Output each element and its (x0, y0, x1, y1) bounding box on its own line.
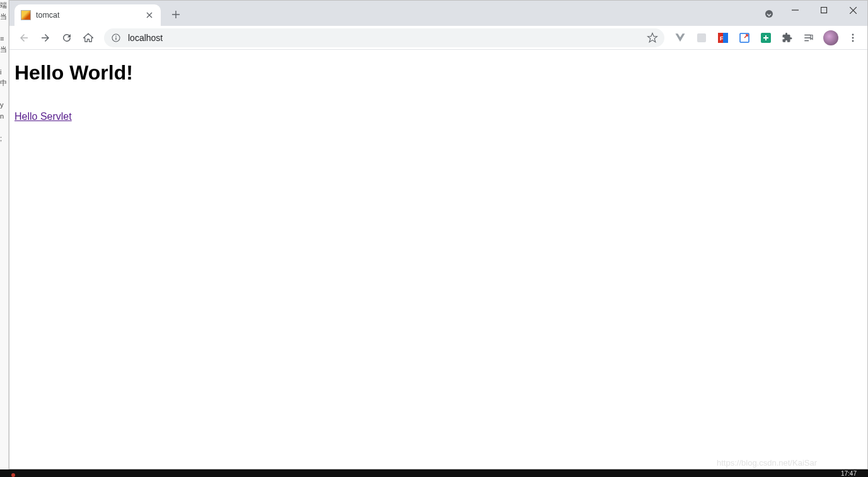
extension-vue-icon[interactable] (671, 29, 689, 47)
svg-point-11 (852, 33, 854, 35)
bookmark-star-icon[interactable] (647, 32, 658, 44)
svg-rect-1 (821, 7, 826, 13)
page-heading: Hello World! (14, 61, 862, 85)
tab-search-button[interactable] (761, 7, 777, 22)
close-tab-button[interactable] (144, 10, 154, 20)
chrome-menu-button[interactable] (843, 28, 862, 47)
reading-list-icon[interactable] (800, 29, 818, 47)
maximize-button[interactable] (809, 1, 838, 20)
taskbar[interactable]: 17:47 (0, 469, 868, 477)
extension-red-blue-icon[interactable]: F (714, 29, 732, 47)
extension-grey-icon[interactable] (693, 29, 710, 47)
extensions-puzzle-icon[interactable] (778, 29, 796, 47)
taskbar-indicator-icon (11, 473, 15, 477)
page-content: Hello World! Hello Servlet https://blog.… (9, 50, 867, 469)
browser-toolbar: localhost F (9, 26, 867, 50)
browser-window: tomcat (9, 0, 868, 469)
browser-tab[interactable]: tomcat (14, 4, 161, 26)
reload-button[interactable] (57, 28, 76, 47)
back-button[interactable] (14, 28, 33, 47)
window-controls (780, 1, 867, 21)
svg-rect-5 (697, 33, 706, 42)
svg-rect-7 (723, 33, 728, 43)
svg-point-0 (765, 10, 773, 18)
svg-text:F: F (720, 35, 724, 42)
taskbar-clock: 17:47 (841, 470, 857, 477)
home-button[interactable] (79, 28, 98, 47)
close-window-button[interactable] (838, 1, 867, 20)
background-editor-sliver: 端当≡当i中yn; (0, 0, 9, 469)
extension-blue-r-icon[interactable] (736, 29, 753, 47)
tab-strip: tomcat (9, 1, 867, 26)
profile-avatar[interactable] (823, 30, 838, 45)
tab-favicon (21, 10, 31, 20)
watermark-text: https://blog.csdn.net/KaiSar (717, 458, 817, 468)
url-text: localhost (128, 33, 647, 43)
new-tab-button[interactable] (167, 6, 185, 23)
hello-servlet-link[interactable]: Hello Servlet (14, 111, 72, 122)
svg-point-12 (852, 37, 854, 38)
svg-point-3 (115, 35, 117, 37)
minimize-button[interactable] (780, 1, 809, 20)
svg-rect-4 (115, 37, 116, 40)
tab-title: tomcat (36, 11, 60, 20)
extension-teal-plus-icon[interactable] (757, 29, 775, 47)
forward-button[interactable] (36, 28, 55, 47)
svg-point-13 (852, 40, 854, 42)
site-info-icon[interactable] (110, 32, 122, 44)
address-bar[interactable]: localhost (104, 28, 664, 47)
